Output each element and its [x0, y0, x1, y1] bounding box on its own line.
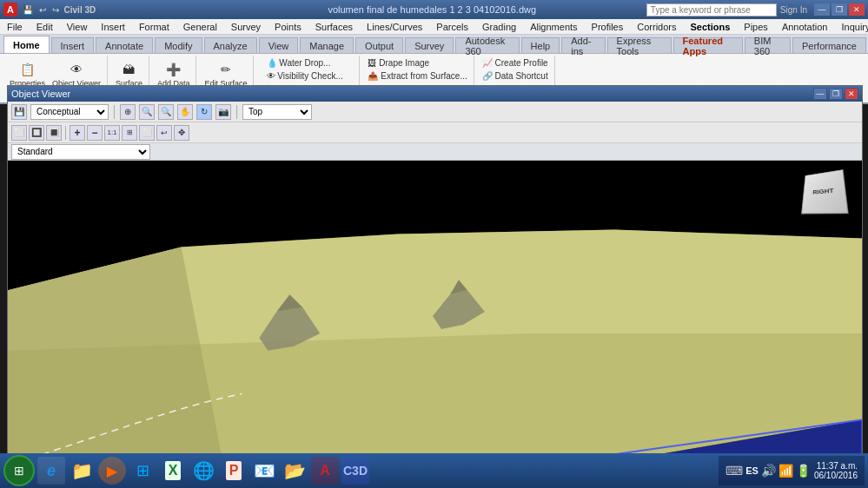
object-viewer-window: Object Viewer — ❐ ✕ 💾 Conceptual Realist… [7, 85, 863, 481]
qa-save[interactable]: 💾 [23, 5, 33, 15]
menu-parcels[interactable]: Parcels [429, 19, 475, 34]
systray-icons: ⌨ ES 🔊 📶 🔋 [726, 464, 811, 478]
tab-output[interactable]: Output [355, 37, 403, 53]
menu-inquiry[interactable]: Inquiry [834, 19, 868, 34]
menu-file[interactable]: File [0, 19, 30, 34]
viewer-orbit-btn[interactable]: ↻ [196, 104, 212, 120]
viewer-camera-btn[interactable]: 📷 [215, 104, 231, 120]
menu-survey[interactable]: Survey [224, 19, 268, 34]
data-shortcut-button[interactable]: 🔗 Data Shortcut [480, 70, 551, 82]
tab-help[interactable]: Help [521, 37, 560, 53]
viewer-minimize-button[interactable]: — [813, 88, 827, 100]
viewer-restore-button[interactable]: ❐ [829, 88, 843, 100]
mediaplayer-taskbar-icon[interactable]: ▶ [98, 457, 126, 485]
menu-insert[interactable]: Insert [94, 19, 132, 34]
extract-surface-button[interactable]: 📤 Extract from Surface... [365, 70, 469, 82]
viewer-zoom-window-btn[interactable]: ⬜ [139, 125, 155, 141]
minimize-button[interactable]: — [814, 3, 830, 16]
speaker-icon[interactable]: 🔊 [761, 464, 776, 478]
tab-insert[interactable]: Insert [51, 37, 95, 53]
display-mode-select[interactable]: Standard [11, 144, 150, 160]
tab-annotate[interactable]: Annotate [96, 37, 153, 53]
tab-home[interactable]: Home [3, 36, 50, 53]
viewer-zoom-plus-btn[interactable]: + [70, 125, 85, 141]
toolbar2-sep-1 [65, 126, 66, 140]
waterdrop-button[interactable]: 💧 Water Drop... [264, 57, 334, 69]
outlook-taskbar-icon[interactable]: 📧 [250, 457, 278, 485]
menu-annotation[interactable]: Annotation [775, 19, 835, 34]
viewer-pan-btn[interactable]: ✋ [177, 104, 193, 120]
create-profile-button[interactable]: 📈 Create Profile [480, 57, 551, 69]
viewer-zoom-fit-btn[interactable]: ⊞ [122, 125, 137, 141]
sign-in-button[interactable]: Sign In [780, 5, 807, 15]
qa-redo[interactable]: ↪ [52, 5, 59, 15]
restore-button[interactable]: ❐ [832, 3, 847, 16]
tab-view[interactable]: View [259, 37, 299, 53]
viewer-zoom-100-btn[interactable]: 1:1 [104, 125, 120, 141]
menu-grading[interactable]: Grading [475, 19, 523, 34]
menu-general[interactable]: General [176, 19, 224, 34]
folder-taskbar-icon[interactable]: 📂 [281, 457, 308, 485]
viewer-zoom-prev-btn[interactable]: ↩ [156, 125, 172, 141]
tab-addins[interactable]: Add-ins [561, 37, 605, 53]
civil3d-taskbar-icon[interactable]: C3D [341, 457, 369, 485]
qa-undo[interactable]: ↩ [39, 5, 46, 15]
viewer-toolbar-1: 💾 Conceptual Realistic Wireframe Hidden … [8, 102, 862, 122]
nav-cube[interactable]: RIGHT [801, 169, 849, 217]
tab-performance[interactable]: Performance [792, 37, 866, 53]
viewer-zoom-out-btn[interactable]: 🔍 [158, 104, 174, 120]
close-button[interactable]: ✕ [849, 3, 865, 16]
start-button[interactable]: ⊞ [3, 455, 35, 486]
menu-alignments[interactable]: Alignments [523, 19, 584, 34]
excel-taskbar-icon[interactable]: X [159, 457, 187, 485]
time-display: 11:37 a.m. [814, 461, 858, 471]
viewer-btn-2-1[interactable]: ⬜ [11, 125, 27, 141]
menu-lines-curves[interactable]: Lines/Curves [360, 19, 429, 34]
drape-image-button[interactable]: 🖼 Drape Image [365, 57, 432, 69]
ie-taskbar-icon[interactable]: e [37, 457, 65, 485]
chrome-taskbar-icon[interactable]: 🌐 [189, 457, 217, 485]
object-viewer-titlebar: Object Viewer — ❐ ✕ [8, 86, 862, 102]
3d-viewport[interactable]: RIGHT [8, 161, 862, 480]
tab-bim360[interactable]: BIM 360 [745, 37, 791, 53]
cube-face-right[interactable]: RIGHT [801, 169, 848, 214]
powerpoint-taskbar-icon[interactable]: P [220, 457, 248, 485]
visibility-check-button[interactable]: 👁 Visibility Check... [264, 70, 346, 82]
viewer-save-btn[interactable]: 💾 [11, 104, 27, 120]
network-icon[interactable]: 📶 [779, 464, 793, 478]
tab-manage[interactable]: Manage [300, 37, 354, 53]
viewer-close-button[interactable]: ✕ [845, 88, 858, 100]
menu-format[interactable]: Format [132, 19, 176, 34]
menu-sections[interactable]: Sections [683, 19, 737, 34]
windows-taskbar-icon[interactable]: ⊞ [129, 457, 156, 485]
menu-edit[interactable]: Edit [30, 19, 60, 34]
tab-modify[interactable]: Modify [155, 37, 202, 53]
viewer-pan2-btn[interactable]: ✥ [174, 125, 189, 141]
view-select[interactable]: Top Bottom Front Back Left Right SW Isom… [242, 104, 312, 120]
viewer-btn-2-3[interactable]: 🔳 [46, 125, 62, 141]
toolbar-separator-1 [114, 105, 115, 119]
menu-view[interactable]: View [60, 19, 95, 34]
keyword-search[interactable] [646, 3, 777, 16]
tab-autodesk360[interactable]: Autodesk 360 [455, 37, 519, 53]
keyboard-icon[interactable]: ⌨ [726, 464, 743, 478]
menu-pipes[interactable]: Pipes [737, 19, 775, 34]
menu-surfaces[interactable]: Surfaces [308, 19, 360, 34]
taskbar: ⊞ e 📁 ▶ ⊞ X 🌐 P 📧 📂 A C3D [0, 453, 868, 488]
viewer-btn-2-2[interactable]: 🔲 [29, 125, 44, 141]
viewer-zoom-extents-btn[interactable]: ⊕ [120, 104, 136, 120]
viewer-zoom-in-btn[interactable]: 🔍 [139, 104, 155, 120]
tab-survey[interactable]: Survey [405, 37, 454, 53]
autocad-taskbar-icon[interactable]: A [311, 457, 339, 485]
menu-corridors[interactable]: Corridors [630, 19, 683, 34]
viewer-zoom-minus-btn[interactable]: − [87, 125, 103, 141]
tab-analyze[interactable]: Analyze [204, 37, 257, 53]
tab-featured-apps[interactable]: Featured Apps [673, 37, 743, 53]
battery-icon[interactable]: 🔋 [796, 464, 811, 478]
menu-profiles[interactable]: Profiles [585, 19, 631, 34]
language-indicator[interactable]: ES [745, 465, 759, 476]
menu-points[interactable]: Points [268, 19, 308, 34]
tab-express-tools[interactable]: Express Tools [607, 37, 672, 53]
visual-style-select[interactable]: Conceptual Realistic Wireframe Hidden Sh… [30, 104, 109, 120]
explorer-taskbar-icon[interactable]: 📁 [68, 457, 96, 485]
